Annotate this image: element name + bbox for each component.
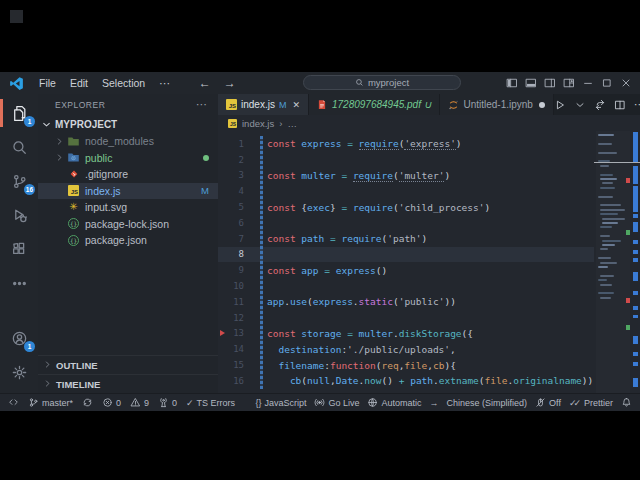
activity-search-icon[interactable] <box>0 130 38 164</box>
menu-item-selection[interactable]: Selection <box>95 72 152 94</box>
activity-run-debug-icon[interactable] <box>0 198 38 232</box>
line-content: const storage = multer.diskStorage({ <box>250 328 473 339</box>
file-label: node_modules <box>85 135 154 147</box>
code-line-6: 6 <box>218 215 640 231</box>
line-number: 6 <box>218 218 250 228</box>
menu-item-file[interactable]: File <box>32 72 63 94</box>
status-warning[interactable]: 9 <box>130 397 149 408</box>
sidebar-more-actions-icon[interactable]: ⋯ <box>196 98 208 111</box>
close-button[interactable] <box>617 73 634 93</box>
ruler-modified-mark <box>633 250 638 254</box>
line-number: 9 <box>218 265 250 275</box>
status-git-branch[interactable]: master* <box>28 397 73 408</box>
forward-icon[interactable]: → <box>224 72 236 94</box>
code-line-11: 11app.use(express.static('public')) <box>218 294 640 310</box>
search-icon <box>355 78 364 87</box>
tabs: JSindex.jsM✕1728097684945.pdfUUntitled-1… <box>218 94 554 115</box>
status-sync[interactable] <box>82 397 93 408</box>
menu-item-edit[interactable]: Edit <box>63 72 95 94</box>
file-label: .gitignore <box>85 168 128 180</box>
run-dropdown-icon[interactable] <box>574 99 586 111</box>
file-label: public <box>85 152 112 164</box>
tree-item-index-js[interactable]: JSindex.jsM <box>38 183 218 200</box>
status-braces[interactable]: {}JavaScript <box>255 398 306 408</box>
status-chinese-simplified-[interactable]: Chinese (Simplified) <box>447 398 528 408</box>
maximize-button[interactable] <box>598 73 615 93</box>
line-number: 8 <box>218 249 250 259</box>
panel-timeline[interactable]: TIMELINE <box>38 374 218 393</box>
status-label: Go Live <box>328 398 359 408</box>
history-navigation: ← → <box>199 72 236 94</box>
status-radio-tower[interactable]: 0 <box>158 397 177 408</box>
status-error[interactable]: 0 <box>102 397 121 408</box>
toggle-panel-icon[interactable] <box>522 73 539 93</box>
corner-square <box>10 10 23 23</box>
tree-item-package-json[interactable]: {}package.json <box>38 232 218 249</box>
line-content: cb(null,Date.now() + path.extname(file.o… <box>250 375 593 386</box>
ruler-modified-mark <box>633 214 638 218</box>
code-line-14: 14 destination:'./public/uploads', <box>218 341 640 357</box>
line-content: app.use(express.static('public')) <box>250 296 456 307</box>
compare-changes-icon[interactable] <box>594 99 606 111</box>
status-bar: master*090✓TS Errors {}JavaScriptGo Live… <box>0 393 640 411</box>
panel-outline[interactable]: OUTLINE <box>38 355 218 374</box>
sidebar-header: EXPLORER ⋯ <box>38 94 218 115</box>
minimize-button[interactable] <box>579 73 596 93</box>
activity-explorer-icon[interactable]: 1 <box>0 96 38 130</box>
tree-item-package-lock-json[interactable]: {}package-lock.json <box>38 216 218 233</box>
line-content: const multer = require('multer') <box>250 170 450 181</box>
tree-item-node-modules[interactable]: node_modules <box>38 133 218 150</box>
tree-item-public[interactable]: public <box>38 150 218 167</box>
back-icon[interactable]: ← <box>199 72 211 94</box>
editor-more-actions-icon[interactable]: ⋯ <box>634 99 640 110</box>
menu-more-icon[interactable]: ⋯ <box>152 72 177 94</box>
status-bell[interactable] <box>621 397 632 408</box>
status-hints-off[interactable]: Off <box>535 397 561 408</box>
status-double-check[interactable]: ✓✓Prettier <box>569 398 613 408</box>
tab-index-js[interactable]: JSindex.jsM✕ <box>218 94 309 115</box>
status-right: {}JavaScriptGo LiveAutomatic→Chinese (Si… <box>255 397 632 408</box>
project-root-row[interactable]: MYPROJECT <box>38 115 218 133</box>
tab-1728097684945-pdf[interactable]: 1728097684945.pdfU <box>309 94 440 115</box>
line-content: const path = require('path') <box>250 233 427 244</box>
tab-label: 1728097684945.pdf <box>332 99 421 110</box>
toggle-secondary-sidebar-icon[interactable] <box>541 73 558 93</box>
sidebar-panels: OUTLINETIMELINE <box>38 355 218 393</box>
close-tab-icon[interactable]: ✕ <box>292 100 300 110</box>
overview-ruler[interactable] <box>632 131 640 393</box>
status-label: Prettier <box>584 398 613 408</box>
ruler-modified-mark <box>633 336 638 344</box>
tab-Untitled-1-ipynb[interactable]: Untitled-1.ipynb <box>440 94 553 115</box>
activity-settings-icon[interactable] <box>0 355 38 389</box>
status-remote[interactable] <box>8 397 19 408</box>
tree-item-input-svg[interactable]: ✳input.svg <box>38 199 218 216</box>
line-content: const {exec} = require('child_process') <box>250 202 490 213</box>
activity-more-actions-icon[interactable] <box>0 266 38 300</box>
code-editor[interactable]: 1const express = require('express')23con… <box>218 131 640 393</box>
panel-label: OUTLINE <box>56 360 98 371</box>
line-number: 15 <box>218 360 250 370</box>
tree-item--gitignore[interactable]: .gitignore <box>38 166 218 183</box>
run-button[interactable] <box>554 99 566 111</box>
status-translate[interactable]: Automatic <box>367 397 421 408</box>
split-editor-icon[interactable] <box>614 99 626 111</box>
ruler-modified-mark <box>633 362 638 366</box>
line-content: filename:function(req,file,cb){ <box>250 360 456 371</box>
title-bar: FileEditSelection⋯ ← → myproject <box>0 72 640 94</box>
minimap-line <box>602 244 615 246</box>
activity-source-control-icon[interactable]: 16 <box>0 164 38 198</box>
error-icon <box>102 397 113 408</box>
minimap-line <box>600 262 617 264</box>
toggle-sidebar-icon[interactable] <box>503 73 520 93</box>
activity-account-icon[interactable]: 1 <box>0 321 38 355</box>
breadcrumb-file[interactable]: index.js <box>242 118 274 129</box>
command-center[interactable]: myproject <box>303 75 461 90</box>
customize-layout-icon[interactable] <box>560 73 577 93</box>
chevron-right-icon <box>55 153 67 162</box>
breadcrumb-more[interactable]: … <box>287 118 297 129</box>
status-arrow-right[interactable]: → <box>430 398 439 408</box>
minimap[interactable] <box>596 131 630 393</box>
status-broadcast[interactable]: Go Live <box>314 397 359 408</box>
activity-extensions-icon[interactable] <box>0 232 38 266</box>
status-check[interactable]: ✓TS Errors <box>186 398 235 408</box>
